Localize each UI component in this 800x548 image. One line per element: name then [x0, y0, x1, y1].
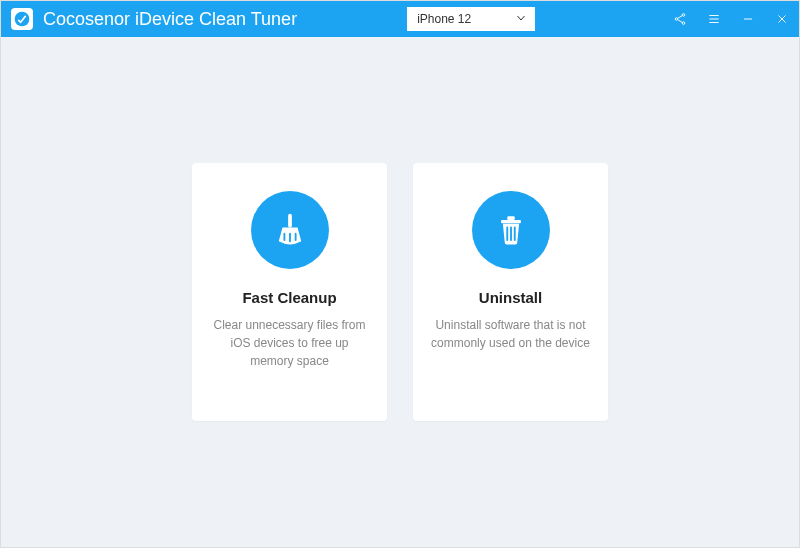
svg-rect-6 — [507, 216, 515, 220]
svg-point-2 — [675, 18, 678, 21]
svg-rect-4 — [288, 214, 292, 228]
broom-icon — [251, 191, 329, 269]
trash-icon — [472, 191, 550, 269]
menu-button[interactable] — [697, 1, 731, 37]
close-button[interactable] — [765, 1, 799, 37]
fast-cleanup-desc: Clear unnecessary files from iOS devices… — [208, 316, 371, 370]
chevron-down-icon — [515, 12, 527, 27]
minimize-button[interactable] — [731, 1, 765, 37]
window-controls — [663, 1, 799, 37]
app-logo-icon — [11, 8, 33, 30]
titlebar: Cocosenor iDevice Clean Tuner iPhone 12 — [1, 1, 799, 37]
fast-cleanup-title: Fast Cleanup — [208, 289, 371, 306]
uninstall-card[interactable]: Uninstall Uninstall software that is not… — [413, 163, 608, 421]
device-select-value: iPhone 12 — [417, 12, 471, 26]
svg-point-1 — [682, 14, 685, 17]
main-content: Fast Cleanup Clear unnecessary files fro… — [1, 37, 799, 547]
svg-rect-5 — [501, 220, 521, 223]
device-select[interactable]: iPhone 12 — [407, 7, 535, 31]
uninstall-desc: Uninstall software that is not commonly … — [429, 316, 592, 352]
share-button[interactable] — [663, 1, 697, 37]
svg-point-0 — [15, 12, 30, 27]
app-title: Cocosenor iDevice Clean Tuner — [43, 9, 297, 30]
fast-cleanup-card[interactable]: Fast Cleanup Clear unnecessary files fro… — [192, 163, 387, 421]
uninstall-title: Uninstall — [429, 289, 592, 306]
svg-point-3 — [682, 22, 685, 25]
